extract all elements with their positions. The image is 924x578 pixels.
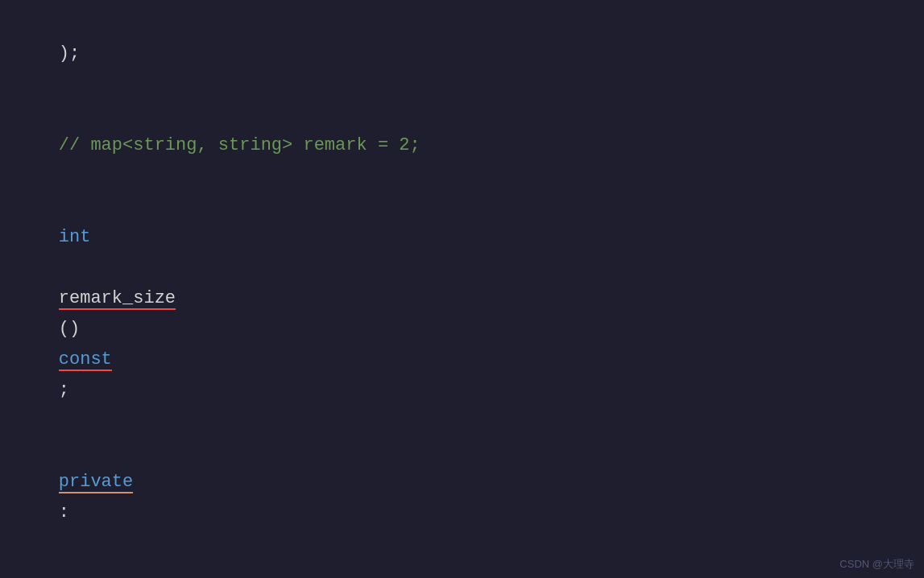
code-line-3: int remark_size () const ;	[16, 192, 908, 436]
code-line-5: int _internal_remark_size() const ;	[16, 559, 908, 578]
code-line-1: );	[16, 8, 908, 100]
line3-const: const	[59, 349, 112, 371]
line1-content: );	[59, 43, 80, 64]
line4-colon: :	[59, 502, 69, 522]
code-line-4: private :	[16, 436, 908, 559]
line3-remark-size: remark_size	[59, 288, 176, 310]
line4-private: private	[59, 472, 133, 493]
line3-semi: ;	[59, 380, 69, 400]
line3-int: int	[59, 227, 91, 247]
line3-paren: ()	[59, 319, 91, 339]
line3-space	[59, 258, 69, 278]
code-line-2: // map<string, string> remark = 2;	[16, 100, 908, 192]
code-editor: ); // map<string, string> remark = 2; in…	[0, 0, 924, 578]
watermark-text: CSDN @大理寺	[839, 557, 914, 572]
line2-content: // map<string, string> remark = 2;	[59, 135, 421, 155]
